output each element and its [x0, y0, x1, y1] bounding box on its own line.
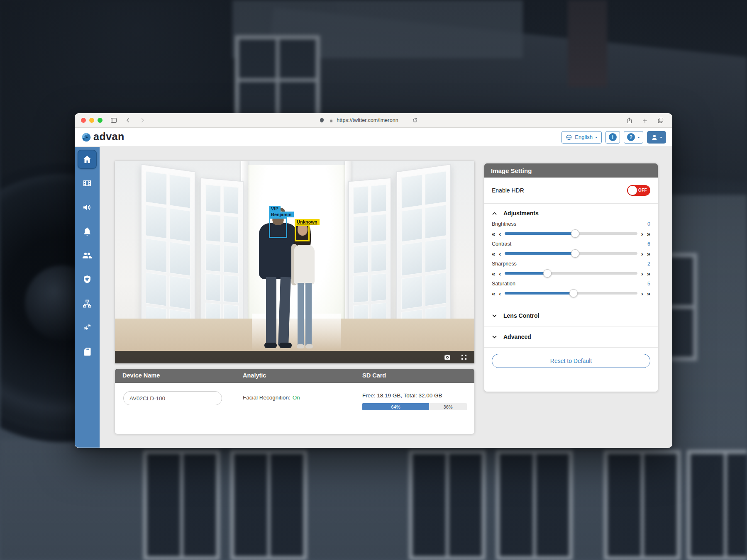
column-device-name: Device Name	[122, 372, 160, 379]
column-sd-card: SD Card	[362, 372, 386, 379]
slider-track[interactable]	[505, 252, 637, 255]
info-button[interactable]: i	[605, 131, 620, 144]
app-header: advan English i ?	[75, 128, 672, 147]
sidebar-item-network[interactable]	[78, 294, 97, 313]
lens-control-label: Lens Control	[503, 312, 539, 319]
section-lens-control[interactable]: Lens Control	[484, 305, 658, 326]
sidebar-item-notifications[interactable]	[78, 222, 97, 241]
slider-track[interactable]	[505, 232, 637, 235]
sidebar-toggle-icon[interactable]	[110, 117, 117, 124]
fullscreen-icon[interactable]	[460, 353, 468, 361]
reload-icon[interactable]	[412, 117, 418, 123]
sd-used-bar: 64%	[362, 403, 429, 410]
slider-fast-increase-button[interactable]: »	[647, 231, 650, 237]
people-icon	[82, 251, 92, 261]
shield-ai-icon	[82, 275, 92, 285]
back-icon[interactable]	[125, 117, 132, 124]
slider-increase-button[interactable]: ›	[641, 231, 643, 237]
help-dropdown[interactable]: ?	[624, 131, 643, 144]
header-actions: English i ?	[561, 131, 666, 144]
zoom-window-button[interactable]	[98, 118, 103, 123]
sidebar-item-video[interactable]	[78, 174, 97, 193]
language-dropdown[interactable]: English	[561, 131, 602, 144]
hdr-toggle[interactable]: OFF	[627, 185, 650, 196]
open-door	[348, 177, 391, 339]
sidebar-item-audio[interactable]	[78, 198, 97, 217]
user-menu-button[interactable]	[647, 131, 666, 144]
chevron-up-icon	[492, 212, 497, 215]
slider-knob[interactable]	[571, 229, 579, 238]
close-window-button[interactable]	[81, 118, 86, 123]
minimize-window-button[interactable]	[89, 118, 94, 123]
analytic-label: Facial Recognition:	[243, 394, 290, 401]
section-adjustments[interactable]: Adjustments	[484, 204, 658, 220]
app-logo[interactable]: advan	[81, 132, 124, 143]
address-bar[interactable]: https://twitter.com/imeronn	[75, 113, 672, 127]
device-name-input[interactable]	[123, 391, 222, 405]
slider-saturation: Saturation 5 « ‹ › »	[492, 281, 650, 299]
slider-decrease-button[interactable]: ‹	[499, 290, 501, 297]
snapshot-icon[interactable]	[444, 353, 451, 361]
language-label: English	[575, 134, 593, 140]
slider-increase-button[interactable]: ›	[641, 290, 643, 297]
sidebar-item-users[interactable]	[78, 246, 97, 265]
live-video-feed[interactable]: VIP Benjamin Unknown	[115, 161, 474, 363]
user-icon	[651, 134, 658, 141]
sd-card-info: Free: 18.19 GB, Total: 32.00 GB	[362, 392, 442, 399]
privacy-shield-icon[interactable]	[319, 117, 325, 124]
slider-decrease-button[interactable]: ‹	[499, 270, 501, 277]
sidebar-item-settings[interactable]	[78, 318, 97, 337]
slider-decrease-button[interactable]: ‹	[499, 231, 501, 237]
slider-track[interactable]	[505, 292, 637, 295]
slider-label: Sharpness	[492, 261, 517, 268]
reset-wrap: Reset to Default	[484, 348, 658, 374]
tab-overview-icon[interactable]	[657, 117, 664, 124]
slider-value: 5	[647, 281, 650, 288]
new-tab-icon[interactable]	[642, 117, 648, 124]
slider-fill	[505, 292, 574, 295]
video-control-bar	[115, 351, 474, 363]
adjustment-sliders: Brightness 0 « ‹ › » Contrast 6 « ‹ ›	[484, 220, 658, 305]
slider-increase-button[interactable]: ›	[641, 270, 643, 277]
panel-title: Image Setting	[484, 163, 658, 178]
sidebar-item-ai-security[interactable]	[78, 270, 97, 289]
toggle-state-label: OFF	[638, 188, 647, 192]
gears-icon	[82, 323, 92, 333]
slider-fast-increase-button[interactable]: »	[647, 270, 650, 277]
info-icon: i	[609, 133, 617, 141]
slider-track[interactable]	[505, 272, 637, 275]
device-summary-card: Device Name Analytic SD Card Facial Reco…	[115, 369, 474, 434]
slider-sharpness: Sharpness 2 « ‹ › »	[492, 261, 650, 279]
slider-brightness: Brightness 0 « ‹ › »	[492, 221, 650, 239]
slider-knob[interactable]	[569, 289, 578, 297]
detection-tag-vip: VIP	[269, 206, 281, 212]
slider-value: 0	[647, 221, 650, 228]
lock-icon	[329, 118, 334, 123]
slider-increase-button[interactable]: ›	[641, 251, 643, 257]
slider-fill	[505, 232, 575, 235]
reset-to-default-button[interactable]: Reset to Default	[492, 354, 650, 368]
enable-hdr-label: Enable HDR	[492, 187, 524, 194]
slider-fast-increase-button[interactable]: »	[647, 251, 650, 257]
share-icon[interactable]	[626, 117, 633, 124]
slider-value: 6	[647, 241, 650, 248]
slider-knob[interactable]	[543, 269, 552, 278]
sidebar-item-sd-storage[interactable]	[78, 342, 97, 361]
slider-knob[interactable]	[571, 249, 579, 258]
advan-logo-icon	[81, 132, 92, 143]
speaker-icon	[82, 202, 92, 212]
slider-fast-decrease-button[interactable]: «	[492, 270, 495, 277]
person-man	[279, 343, 292, 348]
section-advanced[interactable]: Advanced	[484, 326, 658, 347]
help-icon: ?	[627, 133, 635, 141]
sidebar-item-home[interactable]	[78, 150, 97, 169]
slider-fast-decrease-button[interactable]: «	[492, 251, 495, 257]
url-text: https://twitter.com/imeronn	[337, 117, 398, 123]
slider-decrease-button[interactable]: ‹	[499, 251, 501, 257]
person-woman	[294, 245, 315, 285]
forward-icon[interactable]	[139, 117, 146, 124]
detection-name-unknown: Unknown	[295, 219, 320, 225]
slider-fast-decrease-button[interactable]: «	[492, 231, 495, 237]
slider-fast-increase-button[interactable]: »	[647, 290, 650, 297]
slider-fast-decrease-button[interactable]: «	[492, 290, 495, 297]
